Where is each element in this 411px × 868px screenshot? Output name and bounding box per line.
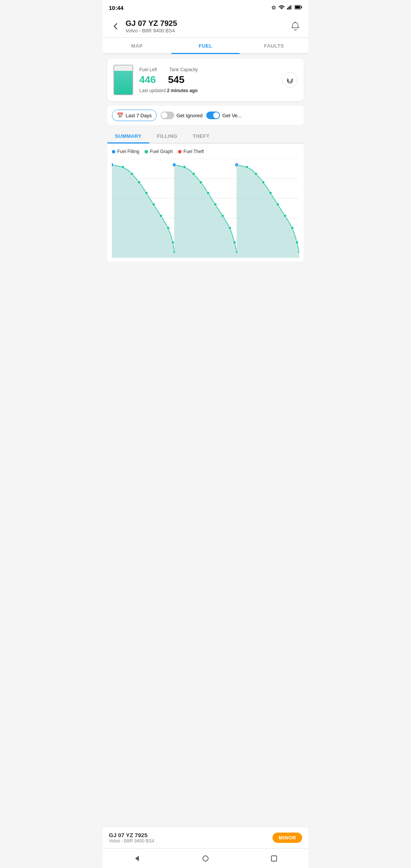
svg-point-16 [112, 163, 114, 167]
legend-theft: Fuel Theft [178, 149, 204, 154]
sub-tab-theft[interactable]: THEFT [185, 129, 217, 143]
get-ignored-toggle-row: Get Ignored [161, 112, 203, 119]
svg-point-44 [284, 214, 287, 217]
calendar-icon: 📅 [117, 112, 123, 118]
svg-point-19 [138, 181, 141, 184]
get-verified-label: Get Ve... [222, 113, 242, 118]
svg-point-32 [214, 203, 217, 206]
svg-point-33 [221, 214, 224, 217]
svg-rect-0 [287, 8, 288, 10]
bottom-notification: GJ 07 YZ 7925 Volvo - B8R 9400 BS4 MINOR [103, 827, 308, 848]
svg-point-43 [276, 203, 279, 206]
svg-point-22 [159, 214, 162, 217]
settings-icon: ⚙ [271, 5, 276, 11]
legend-graph: Fuel Graph [145, 149, 173, 154]
fuel-left-label: Fuel Left [139, 67, 157, 72]
minor-badge[interactable]: MINOR [272, 833, 302, 843]
status-time: 10:44 [109, 5, 123, 11]
tab-faults[interactable]: FAULTS [240, 38, 308, 53]
get-ignored-toggle[interactable] [161, 112, 174, 119]
status-bar: 10:44 ⚙ [103, 0, 308, 15]
header-title-section: GJ 07 YZ 7925 Volvo - B8R 9400 BS4 [126, 19, 288, 34]
svg-point-51 [203, 856, 208, 861]
tab-bar: MAP FUEL FAULTS [103, 38, 308, 54]
bottom-vehicle-info: GJ 07 YZ 7925 Volvo - B8R 9400 BS4 [109, 832, 154, 844]
wifi-icon [279, 5, 285, 11]
svg-marker-15 [112, 165, 174, 258]
legend-filling: Fuel Filling [112, 149, 139, 154]
fuel-updated: Last updated 2 minutes ago [139, 88, 276, 93]
svg-point-35 [233, 241, 236, 244]
fuel-left-value: 446 [139, 74, 156, 86]
svg-point-40 [255, 172, 258, 176]
svg-rect-2 [289, 6, 290, 10]
sub-tab-bar: SUMMARY FILLING THEFT [107, 129, 304, 144]
svg-point-34 [228, 227, 231, 230]
sub-tab-filling[interactable]: FILLING [149, 129, 185, 143]
svg-point-24 [171, 241, 174, 244]
get-verified-toggle[interactable] [206, 112, 220, 119]
tank-capacity-value: 545 [168, 74, 184, 86]
get-ignored-label: Get Ignored [177, 113, 203, 118]
svg-point-23 [167, 227, 170, 230]
header-vehicle-model: Volvo - B8R 9400 BS4 [126, 28, 288, 34]
svg-point-47 [298, 251, 299, 254]
tank-capacity-label: Tank Capacity [169, 67, 198, 72]
tab-map[interactable]: MAP [103, 38, 171, 53]
fuel-card: Fuel Left Tank Capacity 446 545 Last upd… [107, 59, 304, 101]
svg-point-30 [199, 181, 202, 184]
svg-point-28 [183, 166, 186, 169]
chart-legend: Fuel Filling Fuel Graph Fuel Theft [112, 149, 299, 154]
svg-point-39 [245, 166, 249, 169]
home-nav-button[interactable] [196, 849, 215, 868]
svg-point-8 [295, 22, 296, 23]
bottom-vehicle-id: GJ 07 YZ 7925 [109, 832, 154, 838]
svg-rect-1 [288, 7, 289, 10]
bottom-vehicle-id-bold: 7925 [135, 832, 147, 838]
battery-icon [295, 5, 302, 11]
svg-point-17 [121, 166, 124, 169]
bottom-vehicle-model: Volvo - B8R 9400 BS4 [109, 838, 154, 844]
back-nav-button[interactable] [127, 849, 147, 868]
get-verified-toggle-row: Get Ve... [206, 112, 242, 119]
svg-rect-6 [301, 6, 302, 8]
tab-fuel[interactable]: FUEL [171, 38, 240, 53]
date-filter-chip[interactable]: 📅 Last 7 Days [112, 110, 157, 121]
filter-bar: 📅 Last 7 Days Get Ignored Get Ve... [107, 106, 304, 125]
svg-rect-3 [290, 5, 291, 10]
svg-point-41 [262, 181, 265, 184]
svg-point-45 [291, 227, 294, 230]
fuel-info: Fuel Left Tank Capacity 446 545 Last upd… [139, 67, 276, 93]
svg-rect-7 [295, 6, 300, 9]
fuel-gauge [113, 65, 133, 95]
svg-point-21 [152, 203, 155, 206]
svg-point-20 [145, 191, 148, 195]
svg-marker-37 [237, 165, 299, 258]
svg-rect-52 [271, 856, 277, 861]
recents-nav-button[interactable] [264, 849, 284, 868]
svg-point-42 [269, 191, 272, 195]
refresh-button[interactable] [282, 72, 298, 88]
fuel-chart [112, 159, 299, 258]
svg-point-18 [131, 172, 134, 176]
signal-icon [287, 5, 292, 11]
back-button[interactable] [109, 19, 123, 33]
chart-section: Fuel Filling Fuel Graph Fuel Theft [107, 144, 304, 262]
svg-marker-26 [174, 165, 237, 258]
sub-tab-summary[interactable]: SUMMARY [107, 129, 149, 143]
bottom-nav [103, 848, 308, 868]
status-icons: ⚙ [271, 5, 302, 11]
svg-point-31 [207, 191, 210, 195]
notification-button[interactable] [288, 19, 302, 33]
svg-rect-4 [292, 5, 292, 10]
svg-point-46 [295, 241, 298, 244]
svg-marker-50 [135, 856, 139, 861]
header: GJ 07 YZ 7925 Volvo - B8R 9400 BS4 [103, 15, 308, 38]
date-chip-label: Last 7 Days [126, 113, 152, 118]
header-vehicle-id: GJ 07 YZ 7925 [126, 19, 288, 28]
svg-point-29 [192, 172, 195, 176]
